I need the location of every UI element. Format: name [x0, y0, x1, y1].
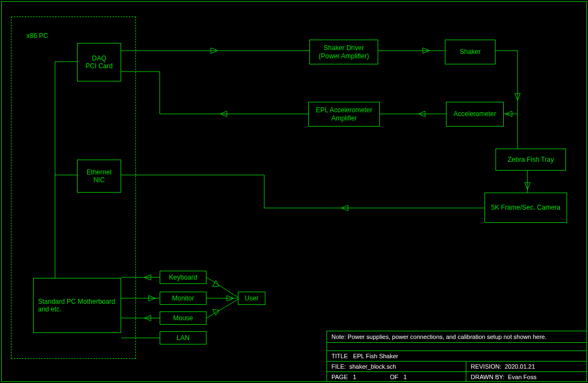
driver-label: Shaker Driver (Power Amplifier) — [319, 44, 369, 60]
file-value: shaker_block.sch — [349, 363, 396, 370]
camera-label: 5K Frame/Sec. Camera — [491, 204, 560, 211]
revision-label: REVISION: — [471, 363, 502, 370]
lan-label: LAN — [177, 334, 189, 342]
title-value: EPL Fish Shaker — [353, 353, 398, 359]
keyboard: Keyboard — [160, 271, 206, 284]
of-label: OF — [390, 374, 398, 380]
ethernet-label: Ethernet NIC — [86, 168, 111, 184]
mouse-label: Mouse — [173, 314, 193, 322]
lan: LAN — [160, 331, 206, 344]
daq-label: DAQ PCI Card — [85, 54, 112, 70]
monitor: Monitor — [160, 292, 206, 305]
monitor-label: Monitor — [172, 294, 194, 302]
user: User — [238, 292, 265, 305]
acc-label: Accelerometer — [454, 110, 496, 118]
epl-accelerometer-amplifier: EPL Accelerometer Amplifier — [308, 102, 380, 127]
accamp-label: EPL Accelerometer Amplifier — [311, 106, 377, 122]
title-label: TITLE — [331, 353, 348, 359]
mouse: Mouse — [160, 311, 206, 325]
shaker-driver: Shaker Driver (Power Amplifier) — [309, 40, 378, 64]
revision-value: 2020.01.21 — [505, 363, 535, 370]
file-label: FILE: — [331, 363, 346, 370]
x86-pc-label: x86 PC — [26, 32, 48, 40]
standard-pc-motherboard: Standard PC Motherboard and etc. — [33, 278, 121, 333]
drawn-by-label: DRAWN BY: — [471, 374, 504, 380]
shaker: Shaker — [445, 40, 496, 64]
title-block: Note: Power supplies, power connections,… — [326, 331, 587, 382]
mb-label: Standard PC Motherboard and etc. — [38, 298, 116, 314]
daq-pci-card: DAQ PCI Card — [77, 43, 121, 81]
drawn-by-value: Evan Foss — [508, 374, 536, 380]
accelerometer: Accelerometer — [446, 102, 504, 127]
ethernet-nic: Ethernet NIC — [77, 160, 121, 193]
zebra-fish-tray: Zebra Fish Tray — [496, 149, 566, 171]
title-block-note: Note: Power supplies, power connections,… — [327, 331, 587, 343]
page-value: 1 — [353, 374, 356, 380]
camera-5k: 5K Frame/Sec. Camera — [484, 193, 567, 223]
page-label: PAGE — [331, 374, 348, 380]
of-value: 1 — [404, 374, 407, 380]
user-label: User — [244, 294, 258, 302]
keyboard-label: Keyboard — [169, 273, 197, 281]
tray-label: Zebra Fish Tray — [508, 156, 554, 163]
shaker-label: Shaker — [460, 48, 481, 56]
